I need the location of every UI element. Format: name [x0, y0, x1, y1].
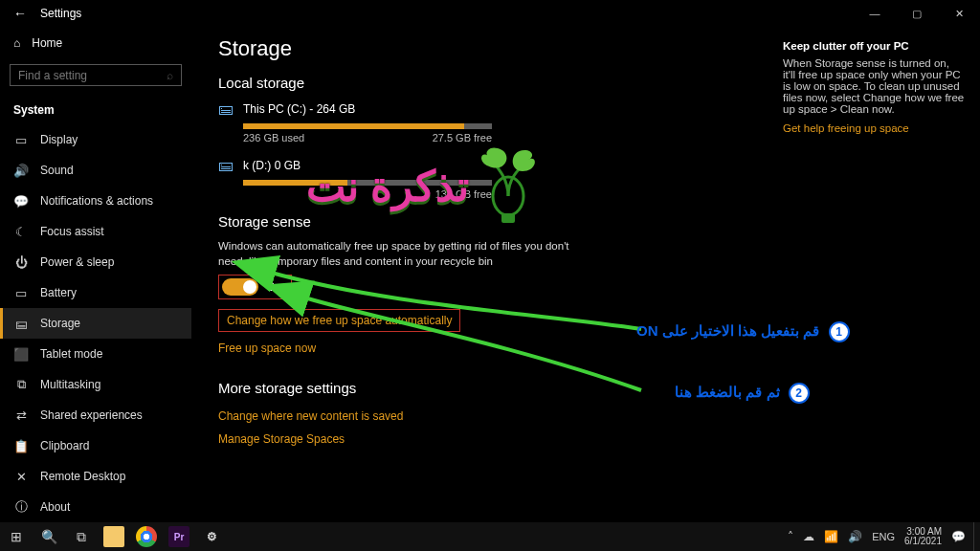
sidebar-item-icon: ✕: [13, 470, 29, 484]
sidebar-item-icon: ⏻: [13, 255, 29, 270]
storage-sense-toggle[interactable]: [222, 278, 258, 296]
link-free-now[interactable]: Free up space now: [218, 342, 316, 355]
sidebar-section: System: [0, 96, 191, 124]
tips-title: Keep clutter off your PC: [783, 40, 965, 52]
sidebar-item-icon: 📋: [13, 439, 29, 453]
storage-sense-toggle-group: On: [218, 275, 292, 299]
drive-free: 27.5 GB free: [433, 132, 492, 143]
sidebar-item-icon: 🖴: [13, 317, 29, 331]
tips-panel: Keep clutter off your PC When Storage se…: [783, 27, 980, 522]
sidebar-item-tablet-mode[interactable]: ⬛Tablet mode: [0, 339, 191, 369]
page-title: Storage: [218, 36, 756, 61]
drive-bar: [243, 180, 492, 186]
sidebar-home-label: Home: [32, 36, 62, 50]
sidebar-item-battery[interactable]: ▭Battery: [0, 277, 191, 308]
taskbar-app-premiere[interactable]: Pr: [163, 522, 195, 551]
sidebar-item-icon: ▭: [13, 286, 29, 300]
sidebar-item-icon: ▭: [13, 133, 29, 147]
tips-body: When Storage sense is turned on, it'll f…: [783, 57, 965, 115]
sidebar-item-icon: ⓘ: [13, 498, 29, 516]
drive-0[interactable]: 🖴This PC (C:) - 264 GB236 GB used27.5 GB…: [218, 100, 756, 143]
main-content: Storage Local storage 🖴This PC (C:) - 26…: [191, 27, 783, 522]
sidebar-item-label: Multitasking: [40, 378, 100, 391]
toggle-label: On: [266, 280, 281, 294]
sidebar-item-clipboard[interactable]: 📋Clipboard: [0, 430, 191, 461]
sidebar-item-label: Storage: [40, 317, 80, 330]
sidebar-item-storage[interactable]: 🖴Storage: [0, 308, 191, 339]
sidebar-item-sound[interactable]: 🔊Sound: [0, 155, 191, 186]
home-icon: ⌂: [13, 36, 20, 50]
sidebar-home[interactable]: ⌂ Home: [0, 31, 191, 55]
taskview-button[interactable]: ⧉: [65, 522, 98, 551]
sidebar-item-multitasking[interactable]: ⧉Multitasking: [0, 369, 191, 400]
tray-cloud-icon[interactable]: ☁: [803, 530, 814, 543]
sidebar-item-label: Battery: [40, 286, 77, 299]
drive-name: This PC (C:) - 264 GB: [243, 102, 355, 116]
chrome-icon: [136, 526, 157, 547]
tray-chevron-icon[interactable]: ˄: [788, 530, 793, 543]
maximize-button[interactable]: ▢: [896, 0, 938, 27]
drive-icon: 🖴: [218, 100, 234, 118]
settings-icon: ⚙: [201, 526, 222, 547]
sidebar-item-label: Focus assist: [40, 225, 104, 238]
sidebar-item-label: Power & sleep: [40, 255, 114, 269]
storage-sense-desc: Windows can automatically free up space …: [218, 239, 572, 269]
sidebar-item-icon: ⧉: [13, 377, 29, 392]
sidebar-item-notifications-actions[interactable]: 💬Notifications & actions: [0, 186, 191, 216]
explorer-icon: [103, 526, 124, 547]
sidebar-item-label: About: [40, 500, 70, 514]
link-change-auto[interactable]: Change how we free up space automaticall…: [218, 309, 460, 332]
sidebar-nav: ▭Display🔊Sound💬Notifications & actions☾F…: [0, 124, 191, 522]
drive-used: 236 GB used: [243, 132, 304, 143]
local-storage-heading: Local storage: [218, 75, 756, 91]
tray-clock[interactable]: 3:00 AM 6/1/2021: [904, 527, 942, 547]
back-button[interactable]: ←: [13, 6, 27, 21]
drive-bar: [243, 123, 492, 129]
sidebar-item-shared-experiences[interactable]: ⇄Shared experiences: [0, 400, 191, 430]
sidebar-item-remote-desktop[interactable]: ✕Remote Desktop: [0, 461, 191, 492]
search-placeholder: Find a setting: [18, 69, 87, 82]
sidebar-item-power-sleep[interactable]: ⏻Power & sleep: [0, 247, 191, 277]
show-desktop[interactable]: [973, 522, 980, 551]
more-settings-heading: More storage settings: [218, 380, 756, 396]
link-manage-spaces[interactable]: Manage Storage Spaces: [218, 432, 345, 446]
sidebar-item-focus-assist[interactable]: ☾Focus assist: [0, 216, 191, 247]
sidebar-item-about[interactable]: ⓘAbout: [0, 492, 191, 522]
sidebar-item-label: Sound: [40, 164, 74, 177]
minimize-button[interactable]: —: [854, 0, 896, 27]
system-tray: ˄ ☁ 📶 🔊 ENG 3:00 AM 6/1/2021 💬: [780, 527, 973, 547]
drive-name: k (D:) 0 GB: [243, 159, 301, 172]
window-title: Settings: [40, 7, 81, 20]
drive-1[interactable]: 🖴k (D:) 0 GB133 GB free: [218, 157, 756, 200]
sidebar-item-icon: ☾: [13, 225, 29, 239]
taskbar-app-settings[interactable]: ⚙: [195, 522, 228, 551]
tray-notifications-icon[interactable]: 💬: [951, 530, 966, 543]
sidebar-item-label: Display: [40, 133, 78, 146]
start-button[interactable]: ⊞: [0, 522, 33, 551]
search-input[interactable]: Find a setting ⌕: [10, 64, 182, 86]
taskbar-app-explorer[interactable]: [98, 522, 130, 551]
sidebar-item-icon: ⇄: [13, 408, 29, 423]
storage-sense-heading: Storage sense: [218, 213, 756, 230]
tray-volume-icon[interactable]: 🔊: [848, 530, 862, 543]
tray-lang[interactable]: ENG: [872, 531, 895, 542]
drive-free: 133 GB free: [435, 188, 492, 200]
link-change-where[interactable]: Change where new content is saved: [218, 409, 403, 423]
sidebar-item-label: Notifications & actions: [40, 194, 153, 208]
close-button[interactable]: ✕: [938, 0, 980, 27]
sidebar-item-icon: 🔊: [13, 164, 29, 178]
sidebar-item-icon: ⬛: [13, 347, 29, 362]
sidebar-item-label: Remote Desktop: [40, 470, 125, 483]
tips-link[interactable]: Get help freeing up space: [783, 122, 965, 134]
drive-icon: 🖴: [218, 157, 234, 174]
search-icon: ⌕: [167, 69, 173, 82]
sidebar-item-display[interactable]: ▭Display: [0, 124, 191, 155]
taskbar-search[interactable]: 🔍: [33, 522, 65, 551]
clock-date: 6/1/2021: [904, 537, 942, 547]
tray-network-icon[interactable]: 📶: [824, 530, 838, 543]
titlebar: ← Settings — ▢ ✕: [0, 0, 980, 27]
sidebar-item-label: Tablet mode: [40, 347, 102, 361]
sidebar-item-icon: 💬: [13, 194, 29, 209]
sidebar: ⌂ Home Find a setting ⌕ System ▭Display🔊…: [0, 27, 191, 522]
taskbar-app-chrome[interactable]: [130, 522, 163, 551]
